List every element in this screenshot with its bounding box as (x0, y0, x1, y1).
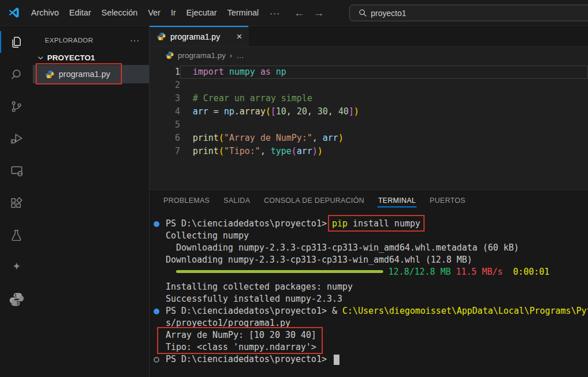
code-line-text: # Crear un array simple (180, 92, 588, 105)
activity-bar (0, 26, 33, 377)
command-decoration-dot (154, 221, 159, 227)
folder-proyecto1[interactable]: PROYECTO1 (33, 50, 149, 65)
line-number: 3 (150, 92, 180, 105)
terminal-line: s/proyecto1/programa1.py (153, 317, 588, 329)
line-number: 7 (150, 145, 180, 158)
run-debug-icon[interactable] (0, 122, 33, 155)
code-line-7[interactable]: 7print("Tipo:", type(arr)) (150, 145, 588, 158)
vscode-logo-icon (7, 6, 20, 19)
line-number: 5 (150, 118, 180, 132)
chevron-down-icon (37, 54, 44, 61)
code-line-3[interactable]: 3# Crear un array simple (150, 92, 588, 105)
menu-bar: ArchivoEditarSelecciónVerIrEjecutarTermi… (26, 8, 264, 17)
panel-tab-salida[interactable]: SALIDA (217, 190, 257, 211)
search-project-label: proyecto1 (371, 9, 406, 18)
code-line-text (180, 79, 588, 92)
python-file-icon (157, 32, 166, 41)
code-line-text: print("Tipo:", type(arr)) (180, 145, 588, 158)
menu-editar[interactable]: Editar (64, 8, 96, 17)
code-line-text (180, 118, 588, 132)
code-editor[interactable]: 1import numpy as np23# Crear un array si… (150, 64, 588, 190)
chevron-right-icon: › (230, 51, 232, 60)
menu-selecci-n[interactable]: Selección (96, 8, 143, 17)
line-number: 2 (150, 79, 180, 92)
code-line-text: import numpy as np (180, 66, 588, 79)
tab-label: programa1.py (170, 32, 220, 41)
python-file-icon (166, 51, 174, 59)
code-line-2[interactable]: 2 (150, 79, 588, 92)
title-bar: ArchivoEditarSelecciónVerIrEjecutarTermi… (0, 0, 588, 26)
terminal-cursor (334, 355, 339, 365)
menu-ejecutar[interactable]: Ejecutar (181, 8, 222, 17)
bottom-panel: PROBLEMASSALIDACONSOLA DE DEPURACIÓNTERM… (150, 190, 588, 377)
terminal-line: PS D:\cienciadedatos\proyecto1> pip inst… (153, 218, 588, 230)
file-name: programa1.py (59, 70, 110, 79)
terminal-line: 12.8/12.8 MB 11.5 MB/s 0:00:01 (153, 266, 588, 278)
panel-tab-bar: PROBLEMASSALIDACONSOLA DE DEPURACIÓNTERM… (150, 190, 588, 211)
explorer-sidebar: EXPLORADOR ··· PROYECTO1 programa1.py (33, 26, 150, 377)
terminal[interactable]: PS D:\cienciadedatos\proyecto1> pip inst… (150, 211, 588, 377)
code-line-1[interactable]: 1import numpy as np (150, 66, 588, 79)
search-icon (358, 9, 367, 17)
line-number: 4 (150, 105, 180, 118)
line-number: 6 (150, 132, 180, 145)
forward-arrow-icon[interactable]: → (314, 7, 324, 18)
close-tab-icon[interactable]: × (236, 32, 242, 41)
copilot-sparkle-icon[interactable] (0, 251, 33, 283)
terminal-line: Collecting numpy (153, 230, 588, 242)
command-center-search[interactable]: proyecto1 (349, 5, 588, 21)
terminal-line: Successfully installed numpy-2.3.3 (153, 293, 588, 305)
panel-tab-consola-de-depuraci-n[interactable]: CONSOLA DE DEPURACIÓN (257, 190, 371, 211)
code-line-5[interactable]: 5 (150, 118, 588, 132)
sidebar-title: EXPLORADOR (45, 37, 93, 44)
panel-tab-problemas[interactable]: PROBLEMAS (156, 190, 217, 211)
history-nav: ← → (294, 7, 324, 18)
file-item-programa1-py[interactable]: programa1.py (33, 65, 149, 83)
panel-tab-terminal[interactable]: TERMINAL (371, 190, 423, 211)
back-arrow-icon[interactable]: ← (294, 7, 305, 18)
extensions-icon[interactable] (0, 187, 33, 219)
testing-icon[interactable] (0, 219, 33, 251)
terminal-line: Downloading numpy-2.3.3-cp313-cp313-win_… (153, 254, 588, 266)
command-decoration-dot (154, 309, 159, 314)
code-line-6[interactable]: 6print("Array de NumPy:", arr) (150, 132, 588, 145)
terminal-line: Tipo: <class 'numpy.ndarray'> (153, 341, 588, 353)
code-line-text: print("Array de NumPy:", arr) (180, 132, 588, 145)
terminal-line: PS D:\cienciadedatos\proyecto1> & C:\Use… (153, 305, 588, 317)
editor-group: programa1.py × programa1.py › … 1import … (150, 26, 588, 377)
menu-ver[interactable]: Ver (143, 8, 166, 17)
code-line-4[interactable]: 4arr = np.array([10, 20, 30, 40]) (150, 105, 588, 118)
python-file-icon (45, 70, 54, 79)
tab-programa1-py[interactable]: programa1.py × (150, 26, 249, 46)
search-sidebar-icon[interactable] (0, 58, 33, 90)
sidebar-more-button[interactable]: ··· (130, 36, 140, 45)
terminal-line: Array de NumPy: [10 20 30 40] (153, 329, 588, 341)
python-extension-icon[interactable] (0, 283, 33, 316)
menu-more-button[interactable]: ··· (264, 8, 286, 18)
prompt-decoration-circle (154, 357, 159, 363)
folder-name: PROYECTO1 (47, 53, 95, 62)
breadcrumb[interactable]: programa1.py › … (150, 47, 588, 64)
sidebar-header: EXPLORADOR ··· (33, 26, 149, 50)
terminal-line: Installing collected packages: numpy (153, 281, 588, 293)
source-control-icon[interactable] (0, 90, 33, 122)
menu-ir[interactable]: Ir (166, 8, 181, 17)
tab-bar: programa1.py × (150, 26, 588, 47)
breadcrumb-file[interactable]: programa1.py (178, 51, 226, 60)
panel-tab-puertos[interactable]: PUERTOS (423, 190, 472, 211)
download-progress-bar (176, 270, 383, 273)
remote-explorer-icon[interactable] (0, 155, 33, 187)
menu-archivo[interactable]: Archivo (26, 8, 64, 17)
explorer-icon[interactable] (0, 26, 33, 58)
code-line-text: arr = np.array([10, 20, 30, 40]) (180, 105, 588, 118)
vscode-window: ArchivoEditarSelecciónVerIrEjecutarTermi… (0, 0, 588, 377)
line-number: 1 (150, 66, 180, 79)
terminal-line: PS D:\cienciadedatos\proyecto1> (153, 353, 588, 366)
breadcrumb-more[interactable]: … (236, 51, 245, 60)
menu-terminal[interactable]: Terminal (222, 8, 264, 17)
terminal-line: Downloading numpy-2.3.3-cp313-cp313-win_… (153, 242, 588, 254)
